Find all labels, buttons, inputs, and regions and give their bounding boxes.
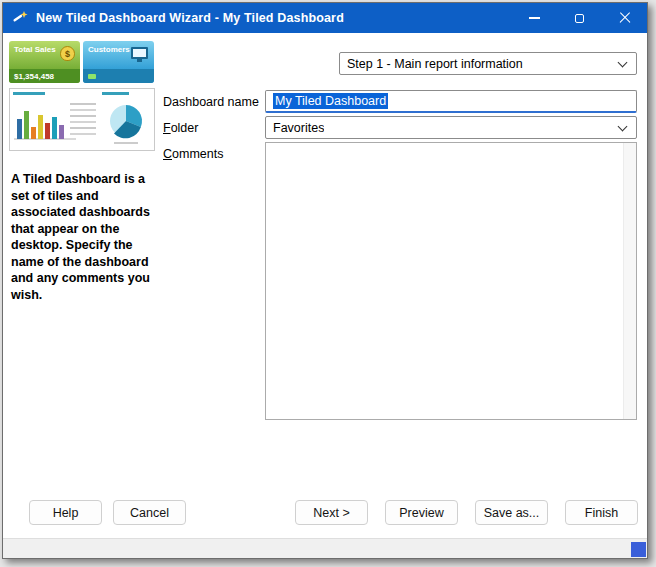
window-title: New Tiled Dashboard Wizard - My Tiled Da…: [36, 11, 344, 25]
cancel-button[interactable]: Cancel: [113, 500, 186, 525]
selected-text: My Tiled Dashboard: [273, 93, 388, 109]
dialog-window: New Tiled Dashboard Wizard - My Tiled Da…: [2, 2, 648, 559]
titlebar: New Tiled Dashboard Wizard - My Tiled Da…: [3, 3, 647, 33]
chevron-down-icon: [618, 122, 628, 132]
chevron-down-icon: [618, 58, 628, 68]
customers-value-indicator: [88, 74, 96, 79]
caption-buttons: [512, 3, 647, 33]
tile-value-band: $1,354,458: [9, 69, 80, 83]
tile-value-band: [83, 69, 154, 83]
minimize-icon: [529, 17, 540, 18]
step-selector-value: Step 1 - Main report information: [347, 57, 523, 71]
tile-value: $1,354,458: [9, 72, 54, 81]
minimize-button[interactable]: [512, 3, 557, 33]
preview-charts: [9, 88, 155, 151]
comments-label: Comments: [163, 147, 223, 161]
comments-field-wrapper: [265, 142, 637, 420]
preview-tile-total-sales: Total Sales $1,354,458: [9, 41, 80, 83]
close-button[interactable]: [602, 3, 647, 33]
wizard-app-icon: [12, 10, 28, 26]
save-as-button[interactable]: Save as...: [475, 500, 548, 525]
resize-grip[interactable]: [631, 542, 646, 557]
money-bag-icon: [60, 46, 75, 61]
maximize-button[interactable]: [557, 3, 602, 33]
folder-select-value: Favorites: [273, 121, 324, 135]
maximize-icon: [575, 14, 584, 23]
dashboard-name-input[interactable]: My Tiled Dashboard: [265, 90, 637, 113]
next-button[interactable]: Next >: [295, 500, 368, 525]
mini-chart-graphic: [10, 89, 154, 150]
preview-tile-customers: Customers: [83, 41, 154, 83]
comments-scrollbar[interactable]: [623, 143, 636, 419]
close-icon: [619, 12, 631, 24]
help-button[interactable]: Help: [29, 500, 102, 525]
statusbar: [3, 538, 647, 558]
finish-button[interactable]: Finish: [565, 500, 638, 525]
folder-select[interactable]: Favorites: [265, 116, 637, 139]
wizard-description: A Tiled Dashboard is a set of tiles and …: [11, 171, 156, 303]
folder-label: Folder: [163, 121, 198, 135]
monitor-icon: [131, 47, 148, 59]
comments-input[interactable]: [266, 143, 623, 419]
dashboard-preview-thumbnail: Total Sales $1,354,458 Customers: [9, 41, 157, 153]
preview-tiles: Total Sales $1,354,458 Customers: [9, 41, 157, 83]
dashboard-name-label: Dashboard name: [163, 95, 259, 109]
preview-button[interactable]: Preview: [385, 500, 458, 525]
step-selector[interactable]: Step 1 - Main report information: [339, 52, 637, 75]
